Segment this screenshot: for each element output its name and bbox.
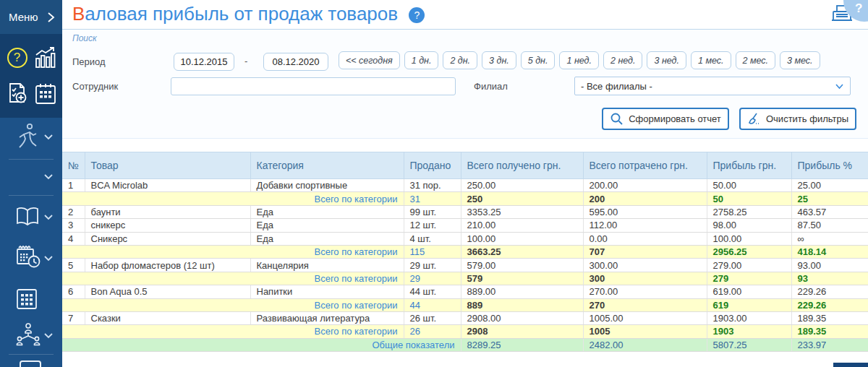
quick-range-button[interactable]: 3 мес. <box>780 51 820 69</box>
quick-range-button[interactable]: 1 мес. <box>691 51 731 69</box>
quick-range-button[interactable]: 3 нед. <box>647 51 686 69</box>
sidebar-item-collapsed[interactable] <box>0 165 62 188</box>
branch-select[interactable]: - Все филиалы - <box>574 77 851 95</box>
cell-profit-total: 50 <box>707 192 791 205</box>
chevron-down-icon <box>43 332 54 339</box>
branch-select-value: - Все филиалы - <box>581 81 652 92</box>
table-row: 2баунтиЕда99 шт.3353.25595.002758.25463.… <box>62 205 868 218</box>
cell-profit-pct: 25.00 <box>791 179 868 192</box>
col-header-category: Категория <box>250 152 404 179</box>
search-legend: Поиск <box>72 33 97 43</box>
sidebar-item-activity[interactable] <box>0 120 62 153</box>
quick-range-button[interactable]: 2 нед. <box>603 51 643 69</box>
employee-input[interactable] <box>171 77 456 95</box>
cell-spent: 270.00 <box>583 285 707 298</box>
cell-sold: 12 шт. <box>404 219 461 232</box>
quick-range-button[interactable]: << сегодня <box>339 51 400 69</box>
checklist-add-icon[interactable] <box>4 81 30 107</box>
category-total-label: Всего по категории <box>62 325 404 338</box>
sidebar-item-partial[interactable] <box>20 360 41 367</box>
calendar-icon[interactable] <box>33 81 59 107</box>
generate-report-button[interactable]: Сформировать отчет <box>602 108 729 130</box>
cell-profit-pct-total: 418.14 <box>791 245 868 258</box>
cell-profit: 98.00 <box>707 219 791 232</box>
cell-received-total: 3663.25 <box>461 245 583 258</box>
cell-spent: 0.00 <box>583 232 707 245</box>
sidebar-item-calendar[interactable] <box>0 285 62 314</box>
title-accent-letter: В <box>72 3 85 25</box>
cell-received: 100.00 <box>461 232 583 245</box>
category-total-label: Всего по категории <box>62 245 404 258</box>
cell-profit-total: 279 <box>707 272 791 285</box>
sidebar-divider <box>9 159 54 160</box>
sidebar-active-section: ? <box>0 34 62 118</box>
help-circle-icon[interactable]: ? <box>409 7 425 23</box>
sidebar: Меню ? <box>0 0 62 367</box>
cell-spent-grand: 2482.00 <box>583 338 707 351</box>
cell-sold-total: 44 <box>404 298 461 311</box>
date-to-input[interactable] <box>263 53 328 71</box>
cell-profit: 619.00 <box>707 285 791 298</box>
cell-received: 3353.25 <box>461 205 583 218</box>
cell-sold: 29 шт. <box>404 259 461 272</box>
category-total-label: Всего по категории <box>62 298 404 311</box>
col-header-profit: Прибыль грн. <box>707 152 791 179</box>
quick-range-button[interactable]: 1 нед. <box>559 51 599 69</box>
report-table-container: № Товар Категория Продано Всего получено… <box>62 152 868 352</box>
sidebar-item-journal[interactable] <box>0 201 62 233</box>
cell-spent-total: 200 <box>583 192 707 205</box>
cell-profit: 100.00 <box>707 232 791 245</box>
quick-range-button[interactable]: 5 дн. <box>521 51 556 69</box>
chevron-down-icon <box>835 83 844 90</box>
org-chart-icon <box>14 321 42 349</box>
help-icon[interactable]: ? <box>4 45 30 71</box>
cell-num: 1 <box>62 179 85 192</box>
date-from-input[interactable] <box>174 53 234 71</box>
chevron-down-icon <box>43 173 54 180</box>
category-total-row: Всего по категории1153663.257072956.2541… <box>62 245 868 258</box>
bar-chart-icon[interactable] <box>33 45 59 71</box>
cell-profit-pct-grand: 233.97 <box>791 338 868 351</box>
category-total-row: Всего по категории26290810051903189.35 <box>62 325 868 338</box>
category-total-row: Всего по категории44889270619229.26 <box>62 298 868 311</box>
cell-sold: 31 пор. <box>404 179 461 192</box>
cell-product: BCA Microlab <box>85 179 250 192</box>
cell-profit-total: 1903 <box>707 325 791 338</box>
quick-range-button[interactable]: 3 дн. <box>482 51 516 69</box>
bottom-right-button-edge[interactable] <box>833 363 868 367</box>
table-row: 3сникерсЕда12 шт.210.00112.0098.0087.50 <box>62 219 868 232</box>
quick-range-buttons: << сегодня1 дн.2 дн.3 дн.5 дн.1 нед.2 не… <box>339 51 820 69</box>
cell-profit-pct: 189.35 <box>791 311 868 324</box>
page-title: Валовая прибыль от продаж товаров ? <box>72 3 425 25</box>
cell-received-total: 2908 <box>461 325 583 338</box>
cell-received: 210.00 <box>461 219 583 232</box>
sidebar-item-structure[interactable] <box>0 319 62 351</box>
quick-range-button[interactable]: 2 дн. <box>443 51 477 69</box>
sidebar-item-schedule[interactable] <box>0 242 62 274</box>
cell-spent-total: 1005 <box>583 325 707 338</box>
cell-num: 7 <box>62 311 85 324</box>
cell-product: сникерс <box>85 219 250 232</box>
broom-icon <box>747 112 761 126</box>
cell-sold: 44 шт. <box>404 285 461 298</box>
branch-label: Филиал <box>474 81 508 92</box>
col-header-sold: Продано <box>404 152 461 179</box>
cell-spent-total: 300 <box>583 272 707 285</box>
sidebar-divider <box>9 195 54 196</box>
cell-sold-total: 26 <box>404 325 461 338</box>
clear-filters-button[interactable]: Очистить фильтры <box>739 108 856 130</box>
cell-profit-grand: 5807.25 <box>707 338 791 351</box>
menu-button[interactable]: Меню <box>0 0 62 34</box>
cell-num: 3 <box>62 219 85 232</box>
category-total-row: Всего по категории312502005025 <box>62 192 868 205</box>
table-row: 7СказкиРазвивающая литература26 шт.2908.… <box>62 311 868 324</box>
col-header-num: № <box>62 152 85 179</box>
chevron-down-icon <box>43 255 54 262</box>
cell-product: Набор фломастеров (12 шт) <box>85 259 250 272</box>
search-icon <box>610 112 624 126</box>
quick-range-button[interactable]: 1 дн. <box>404 51 439 69</box>
cell-category: Добавки спортивные <box>250 179 404 192</box>
quick-range-button[interactable]: 2 мес. <box>736 51 776 69</box>
cell-received: 2908.00 <box>461 311 583 324</box>
col-header-spent: Всего потрачено грн. <box>583 152 707 179</box>
